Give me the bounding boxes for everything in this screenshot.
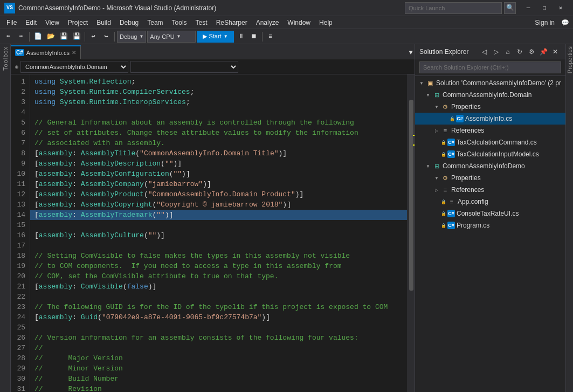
menu-bar: File Edit View Project Build Debug Team … bbox=[0, 16, 573, 29]
domain-project-label: CommonAssemblyInfo.Domain bbox=[443, 91, 531, 99]
scroll-tabs-right[interactable]: ▼ bbox=[407, 47, 415, 59]
warning-indicator-2 bbox=[413, 145, 415, 146]
menu-project[interactable]: Project bbox=[64, 16, 92, 29]
start-arrow: ▼ bbox=[224, 34, 228, 39]
tree-console-tax[interactable]: 🔒 C# ConsoleTaxRateUI.cs bbox=[415, 208, 565, 219]
app-title: CommonAssemblyInfoDemo - Microsoft Visua… bbox=[18, 4, 405, 12]
quick-launch-input[interactable] bbox=[405, 2, 502, 14]
menu-tools[interactable]: Tools bbox=[168, 16, 191, 29]
menu-debug[interactable]: Debug bbox=[115, 16, 143, 29]
properties-1-icon: ⚙ bbox=[441, 102, 450, 111]
se-close-btn[interactable]: ✕ bbox=[549, 46, 561, 58]
tree-solution[interactable]: ▼ ▣ Solution 'CommonAssemblyInfoDemo' (2… bbox=[415, 77, 565, 89]
taxcalc-command-label: TaxCalculationCommand.cs bbox=[457, 139, 537, 146]
tree-properties-2[interactable]: ▼ ⚙ Properties bbox=[415, 172, 565, 184]
scrollbar-thumb[interactable] bbox=[409, 100, 413, 290]
path-bar: ◉ CommonAssemblyInfo.Domain bbox=[11, 59, 415, 74]
menu-analyze[interactable]: Analyze bbox=[252, 16, 284, 29]
menu-window[interactable]: Window bbox=[283, 16, 315, 29]
quick-launch-search-icon[interactable]: 🔍 bbox=[504, 2, 516, 14]
forward-button[interactable]: ➡ bbox=[15, 31, 27, 43]
minimize-button[interactable]: ─ bbox=[520, 0, 536, 16]
tree-program[interactable]: 🔒 C# Program.cs bbox=[415, 219, 565, 231]
references-2-arrow: ▷ bbox=[432, 188, 441, 192]
undo-icon[interactable]: ↩ bbox=[87, 31, 99, 43]
tree-references-1[interactable]: ▷ ≡ References bbox=[415, 125, 565, 136]
code-content[interactable]: using System.Reflection; using System.Ru… bbox=[30, 74, 407, 392]
back-button[interactable]: ⬅ bbox=[2, 31, 14, 43]
namespace-select[interactable]: CommonAssemblyInfo.Domain bbox=[20, 61, 128, 73]
app-config-icon: ≡ bbox=[447, 197, 456, 206]
save-icon[interactable]: 💾 bbox=[58, 31, 70, 43]
tab-bar: C# AssemblyInfo.cs ✕ ▼ bbox=[11, 44, 415, 59]
tree-taxcalc-command[interactable]: 🔒 C# TaxCalculationCommand.cs bbox=[415, 136, 565, 148]
menu-build[interactable]: Build bbox=[92, 16, 115, 29]
se-home-btn[interactable]: ⌂ bbox=[502, 46, 514, 58]
editor-container: C# AssemblyInfo.cs ✕ ▼ ◉ CommonAssemblyI… bbox=[11, 44, 415, 392]
scrollbar-gutter[interactable] bbox=[407, 74, 415, 392]
title-bar: VS CommonAssemblyInfoDemo - Microsoft Vi… bbox=[0, 0, 573, 16]
quick-launch-area: 🔍 bbox=[405, 2, 516, 14]
tab-label: AssemblyInfo.cs bbox=[26, 50, 70, 56]
solution-explorer-tree: ▼ ▣ Solution 'CommonAssemblyInfoDemo' (2… bbox=[415, 76, 565, 392]
window-controls: ─ ❐ ✕ bbox=[520, 0, 569, 16]
references-1-arrow: ▷ bbox=[432, 128, 441, 133]
save-all-icon[interactable]: 💾 bbox=[71, 31, 82, 43]
sep-2 bbox=[85, 32, 85, 42]
restore-button[interactable]: ❐ bbox=[536, 0, 553, 16]
main-project-icon: ⊞ bbox=[432, 162, 441, 170]
tree-assemblyinfo-1[interactable]: 🔒 C# AssemblyInfo.cs bbox=[415, 113, 565, 125]
close-button[interactable]: ✕ bbox=[553, 0, 569, 16]
tab-close-icon[interactable]: ✕ bbox=[72, 50, 76, 56]
debug-config-dropdown[interactable]: Debug ▼ bbox=[117, 31, 146, 43]
menu-file[interactable]: File bbox=[2, 16, 21, 29]
main-project-arrow: ▼ bbox=[424, 164, 432, 169]
open-folder-icon[interactable]: 📂 bbox=[45, 31, 57, 43]
se-pin-btn[interactable]: 📌 bbox=[537, 46, 549, 58]
menu-team[interactable]: Team bbox=[143, 16, 167, 29]
solution-explorer: Solution Explorer ◁ ▷ ⌂ ↻ ⚙ 📌 ✕ ▼ ▣ Solu… bbox=[415, 44, 565, 392]
solution-explorer-titlebar: Solution Explorer ◁ ▷ ⌂ ↻ ⚙ 📌 ✕ bbox=[415, 44, 565, 59]
references-1-icon: ≡ bbox=[441, 126, 450, 135]
se-forward-btn[interactable]: ▷ bbox=[490, 46, 502, 58]
domain-project-arrow: ▼ bbox=[424, 93, 432, 98]
tree-properties-1[interactable]: ▼ ⚙ Properties bbox=[415, 101, 565, 113]
menu-edit[interactable]: Edit bbox=[21, 16, 41, 29]
right-panel: Properties bbox=[565, 44, 573, 392]
se-filter-btn[interactable]: ⚙ bbox=[526, 46, 537, 58]
menu-help[interactable]: Help bbox=[315, 16, 337, 29]
redo-icon[interactable]: ↪ bbox=[100, 31, 112, 43]
toolbar-more[interactable]: ≡ bbox=[265, 31, 277, 43]
properties-2-icon: ⚙ bbox=[441, 174, 450, 182]
tree-references-2[interactable]: ▷ ≡ References bbox=[415, 184, 565, 196]
taxcalc-command-icon: C# bbox=[447, 139, 455, 146]
new-project-icon[interactable]: 📄 bbox=[32, 31, 44, 43]
se-back-btn[interactable]: ◁ bbox=[478, 46, 490, 58]
menu-resharper[interactable]: ReSharper bbox=[212, 16, 252, 29]
lock-badge-2: 🔒 bbox=[441, 140, 446, 145]
app-config-label: App.config bbox=[458, 198, 488, 205]
tree-domain-project[interactable]: ▼ ⊞ CommonAssemblyInfo.Domain bbox=[415, 89, 565, 101]
se-refresh-btn[interactable]: ↻ bbox=[514, 46, 526, 58]
feedback-icon[interactable]: 💬 bbox=[559, 16, 571, 29]
tree-app-config[interactable]: 🔒 ≡ App.config bbox=[415, 196, 565, 208]
vs-logo: VS bbox=[4, 3, 15, 13]
solution-label: Solution 'CommonAssemblyInfoDemo' (2 pr bbox=[436, 79, 561, 87]
tree-taxcalc-input[interactable]: 🔒 C# TaxCalculationInputModel.cs bbox=[415, 148, 565, 160]
code-editor[interactable]: 12345 678910 1112131415 1617181920 21222… bbox=[11, 74, 415, 392]
tab-assemblyinfo[interactable]: C# AssemblyInfo.cs ✕ bbox=[11, 45, 81, 59]
signin-button[interactable]: Sign in bbox=[530, 16, 559, 29]
toolbar: ⬅ ➡ 📄 📂 💾 💾 ↩ ↪ Debug ▼ Any CPU ▼ ▶ Star… bbox=[0, 29, 573, 44]
se-search-input[interactable] bbox=[419, 61, 561, 73]
tree-main-project[interactable]: ▼ ⊞ CommonAssemblyInfoDemo bbox=[415, 160, 565, 172]
platform-dropdown[interactable]: Any CPU ▼ bbox=[147, 31, 196, 43]
sep-1 bbox=[29, 32, 30, 42]
menu-view[interactable]: View bbox=[41, 16, 64, 29]
menu-test[interactable]: Test bbox=[191, 16, 212, 29]
pause-icon[interactable]: ⏸ bbox=[235, 31, 247, 43]
start-button[interactable]: ▶ Start ▼ bbox=[197, 31, 233, 43]
console-tax-icon: C# bbox=[447, 210, 455, 217]
toolbox-panel: Toolbox bbox=[0, 44, 11, 392]
stop-icon[interactable]: ⏹ bbox=[248, 31, 260, 43]
member-select[interactable] bbox=[130, 61, 238, 73]
